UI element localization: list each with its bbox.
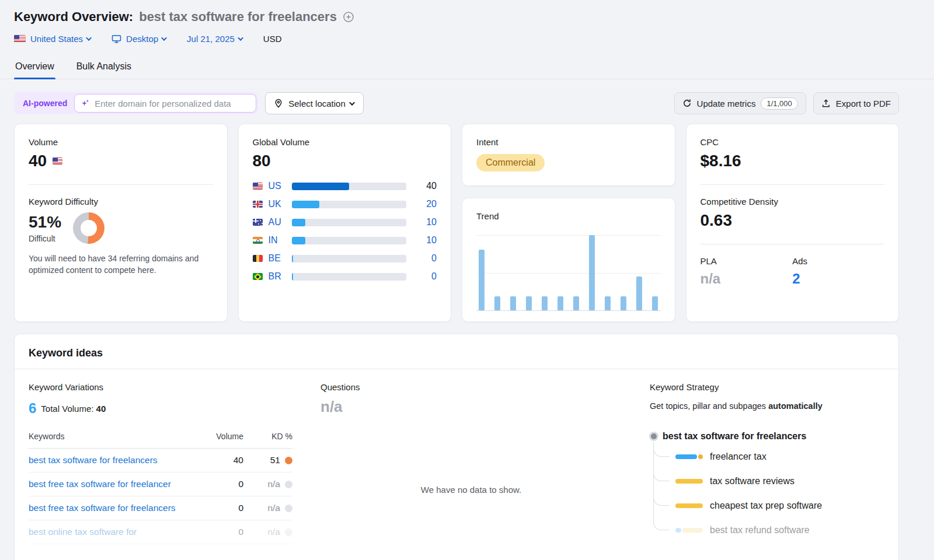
export-pdf-label: Export to PDF: [836, 99, 891, 108]
country-code: US: [269, 181, 286, 191]
uk-flag-icon: [253, 201, 263, 208]
chevron-down-icon: [349, 100, 355, 106]
in-flag-icon: [253, 237, 263, 244]
page-title: Keyword Overview:: [14, 9, 133, 24]
country-volume: 20: [412, 199, 437, 209]
keyword-link[interactable]: best free tax software for freelancer: [29, 479, 207, 489]
country-volume: 10: [412, 217, 437, 228]
table-row: best free tax software for freelancers 0…: [29, 496, 292, 520]
topic-pill: [675, 503, 703, 508]
keyword-variations-section: Keyword Variations 6 Total Volume: 40 Ke…: [29, 382, 292, 544]
tab-bulk-analysis[interactable]: Bulk Analysis: [75, 55, 133, 79]
table-row: best tax software for freelancers 40 51: [29, 449, 292, 473]
trend-bar: [652, 296, 658, 311]
ads-label: Ads: [792, 256, 807, 266]
volume-card: Volume 40 Keyword Difficulty 51% Difficu…: [14, 124, 228, 322]
trend-bar: [479, 250, 485, 310]
keyword-variations-label: Keyword Variations: [29, 382, 292, 392]
keyword-strategy-section: Keyword Strategy Get topics, pillar and …: [650, 382, 884, 544]
country-code: BE: [269, 253, 286, 264]
update-metrics-button[interactable]: Update metrics 1/1,000: [674, 92, 806, 114]
be-flag-icon: [253, 255, 263, 262]
trend-bar: [605, 296, 611, 311]
global-volume-row: US 40: [253, 180, 437, 192]
chevron-down-icon: [238, 35, 243, 41]
trend-bar: [573, 296, 579, 311]
topic-pill: [675, 479, 703, 484]
country-volume: 0: [412, 253, 437, 264]
trend-label: Trend: [476, 211, 661, 221]
country-selector[interactable]: United States: [14, 34, 92, 44]
global-volume-row: UK 20: [253, 198, 437, 211]
tree-child: freelancer tax: [650, 444, 884, 469]
keyword-variations-table: Keywords Volume KD % best tax software f…: [29, 432, 292, 544]
location-pin-icon: [274, 99, 283, 108]
global-volume-label: Global Volume: [253, 137, 437, 147]
trend-bar: [494, 296, 500, 311]
intent-trend-column: Intent Commercial Trend: [462, 124, 675, 322]
volume-value: 40: [29, 152, 47, 170]
keyword-link[interactable]: best online tax software for: [29, 527, 207, 537]
cpc-label: CPC: [700, 137, 885, 147]
keyword-strategy-subtitle: Get topics, pillar and subpages automati…: [650, 401, 884, 411]
topic-pill: [675, 528, 703, 533]
keyword-link[interactable]: best tax software for freelancers: [29, 455, 207, 466]
domain-input[interactable]: [95, 99, 250, 108]
global-volume-row: AU 10: [253, 216, 437, 229]
kd-dot: [285, 505, 292, 512]
country-volume: 10: [412, 235, 437, 246]
column-header-keywords: Keywords: [29, 432, 207, 441]
select-location-button[interactable]: Select location: [265, 92, 364, 114]
cpc-value: $8.16: [700, 152, 885, 170]
kd-value: 51%: [29, 213, 61, 232]
sparkles-icon: [81, 99, 90, 108]
keyword-ideas-title: Keyword ideas: [29, 347, 884, 359]
competitive-density-value: 0.63: [700, 211, 885, 230]
refresh-icon: [682, 99, 692, 108]
trend-bar: [526, 296, 532, 311]
toolbar: AI-powered Select location: [14, 92, 899, 114]
tree-child: best tax refund software: [650, 518, 884, 542]
topic-pill: [675, 454, 703, 459]
country-code: AU: [269, 217, 286, 228]
date-selector-label: Jul 21, 2025: [187, 34, 235, 44]
kd-dot: [285, 481, 292, 488]
device-selector[interactable]: Desktop: [111, 34, 167, 44]
variations-count: 6: [29, 400, 36, 416]
domain-input-wrap: [74, 94, 256, 113]
export-icon: [821, 99, 831, 108]
country-code: IN: [269, 235, 286, 246]
intent-badge: Commercial: [476, 154, 545, 172]
tree-root-dot: [651, 433, 657, 439]
add-keyword-icon[interactable]: [343, 11, 354, 23]
device-selector-label: Desktop: [126, 34, 158, 44]
volume-bar: [292, 183, 407, 190]
questions-label: Questions: [320, 382, 622, 392]
us-flag-icon: [253, 183, 263, 190]
trend-bar: [557, 296, 563, 311]
currency-label: USD: [263, 34, 282, 44]
country-code: BR: [269, 271, 286, 282]
chart-baseline: [476, 310, 661, 311]
keyword-strategy-tree: best tax software for freelancers freela…: [650, 428, 884, 542]
global-volume-row: BE 0: [253, 252, 437, 265]
ads-value: 2: [792, 271, 807, 287]
keyword-ideas-card: Keyword ideas Keyword Variations 6 Total…: [14, 334, 899, 560]
competitive-density-label: Competitive Density: [700, 197, 885, 206]
date-selector[interactable]: Jul 21, 2025: [187, 34, 243, 44]
tree-child: cheapest tax prep software: [650, 494, 884, 518]
tree-child-label: freelancer tax: [710, 452, 766, 462]
country-code: UK: [269, 199, 286, 209]
keyword-overview-page: Keyword Overview: best tax software for …: [0, 0, 934, 560]
ai-powered-badge: AI-powered: [16, 99, 74, 108]
kd-donut-chart: [73, 212, 104, 244]
tree-child-label: tax software reviews: [710, 476, 794, 487]
variations-total: Total Volume: 40: [41, 404, 106, 414]
export-pdf-button[interactable]: Export to PDF: [813, 92, 899, 114]
column-header-volume: Volume: [207, 432, 243, 441]
keyword-link[interactable]: best free tax software for freelancers: [29, 503, 207, 513]
tab-overview[interactable]: Overview: [14, 55, 55, 79]
volume-bar: [292, 237, 407, 244]
volume-bar: [292, 219, 407, 226]
global-volume-row: IN 10: [253, 234, 437, 247]
